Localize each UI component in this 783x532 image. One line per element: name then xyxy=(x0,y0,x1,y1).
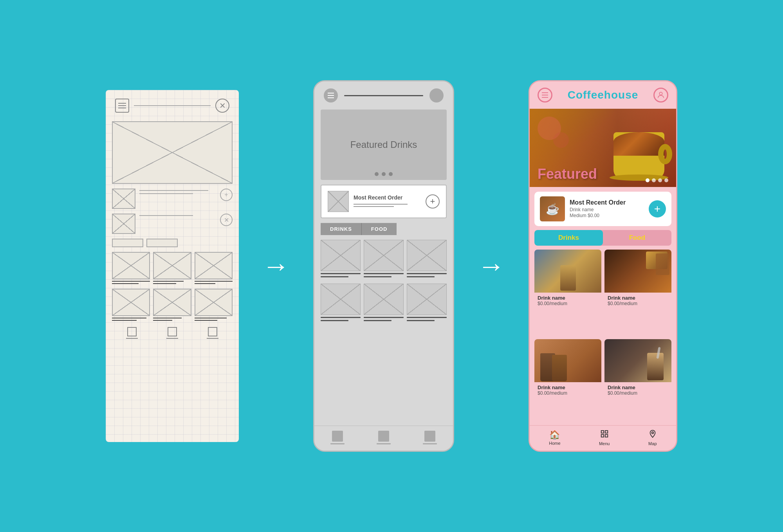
wf-grid-line-short xyxy=(407,320,435,321)
wf-banner: Featured Drinks xyxy=(321,110,447,180)
wf-grid-item xyxy=(321,284,361,321)
sketch-bottom-nav xyxy=(112,327,233,339)
sketch-nav-label-line xyxy=(166,338,178,339)
mp-dot-2 xyxy=(652,178,656,182)
wf-grid-line xyxy=(321,273,361,274)
mp-order-price: Medium $0.00 xyxy=(570,213,644,218)
sketch-nav-menu xyxy=(166,327,178,339)
tab-food[interactable]: FOOD xyxy=(362,223,397,235)
sketch-grid-item xyxy=(112,252,150,284)
mp-drink-image-2 xyxy=(604,250,671,293)
home-icon: 🏠 xyxy=(549,430,560,440)
tab-drinks[interactable]: Drinks xyxy=(534,230,603,246)
wf-dot-2 xyxy=(382,172,386,176)
sketch-grid-img xyxy=(112,289,150,316)
wf-nav-menu[interactable] xyxy=(377,431,391,444)
sketch-nav-home xyxy=(126,327,138,339)
sketch-grid-line-1 xyxy=(112,281,150,282)
main-container: ✕ + ✕ xyxy=(0,0,783,532)
sketch-banner xyxy=(112,121,233,184)
sketch-grid-line-1 xyxy=(153,281,184,282)
sketch-tab-food xyxy=(146,239,178,247)
sketch-grid-top xyxy=(112,252,233,284)
mp-nav-menu[interactable]: Menu xyxy=(599,430,610,446)
sketch-nav-label-line xyxy=(126,338,138,339)
sketch-tab-drinks xyxy=(112,239,143,247)
mp-order-info: Most Recent Order Drink name Medium $0.0… xyxy=(570,199,644,219)
mp-menu-icon[interactable] xyxy=(538,88,552,102)
sketch-grid-line-2 xyxy=(153,283,176,284)
sketch-order-image xyxy=(112,189,135,209)
sketch-grid-img xyxy=(153,252,191,279)
sketch-tab-lines xyxy=(139,214,216,216)
sketch-tabs xyxy=(112,239,233,247)
wf-grid-line xyxy=(407,317,447,318)
wf-dot-3 xyxy=(389,172,393,176)
mp-add-button[interactable]: + xyxy=(649,200,666,217)
mp-grid-item-4[interactable]: Drink name $0.00/medium xyxy=(604,339,671,426)
wf-grid-item xyxy=(321,240,361,277)
wf-nav-map[interactable] xyxy=(423,431,437,444)
mp-grid-item-2[interactable]: Drink name $0.00/medium xyxy=(604,250,671,336)
wf-menu-icon[interactable] xyxy=(324,88,338,102)
tab-food[interactable]: Food xyxy=(603,230,671,246)
sketch-home-icon xyxy=(127,327,137,336)
mp-nav-home[interactable]: 🏠 Home xyxy=(549,430,560,446)
sketch-grid-line-2 xyxy=(153,320,172,321)
mp-drink-price-3: $0.00/medium xyxy=(538,390,598,396)
sketch-grid-line-1 xyxy=(112,318,146,318)
mp-nav-map-label: Map xyxy=(648,441,657,446)
mp-avatar[interactable] xyxy=(653,88,668,102)
mp-drink-price-1: $0.00/medium xyxy=(538,301,598,306)
sketch-grid-item xyxy=(153,252,191,284)
wf-header-line xyxy=(344,95,423,96)
wf-tabs: DRINKS FOOD xyxy=(321,223,447,235)
wf-nav-menu-icon xyxy=(378,431,389,442)
sketch-nav-label-line xyxy=(207,338,218,339)
mp-grid-item-1[interactable]: Drink name $0.00/medium xyxy=(534,250,601,336)
wf-grid-item xyxy=(364,240,404,277)
wf-header xyxy=(314,81,453,110)
wf-banner-text: Featured Drinks xyxy=(350,139,417,150)
sketch-nav-map xyxy=(207,327,218,339)
tab-drinks[interactable]: DRINKS xyxy=(321,223,362,235)
sketch-grid-line-2 xyxy=(195,283,216,284)
mp-banner-dots xyxy=(646,178,668,182)
wf-plus-button[interactable]: + xyxy=(426,194,440,208)
wf-grid-image xyxy=(407,284,447,315)
wf-grid-line xyxy=(364,317,404,318)
wf-grid-item xyxy=(407,284,447,321)
mp-grid-item-3[interactable]: Drink name $0.00/medium xyxy=(534,339,601,426)
sketch-line-1 xyxy=(139,190,208,191)
wf-order-image xyxy=(328,191,349,212)
mp-grid-info-1: Drink name $0.00/medium xyxy=(534,293,601,309)
sketch-grid-line-2 xyxy=(195,320,217,321)
wf-grid-top xyxy=(321,240,447,277)
sketch-grid-img xyxy=(195,252,233,279)
sketch-panel: ✕ + ✕ xyxy=(106,90,239,442)
mp-drink-name-2: Drink name xyxy=(608,295,668,301)
wf-avatar xyxy=(429,88,444,102)
mp-tabs: Drinks Food xyxy=(534,230,671,246)
svg-rect-3 xyxy=(601,435,603,437)
wf-grid-line-short xyxy=(321,276,348,277)
wf-grid-image xyxy=(364,240,404,271)
wf-grid-image xyxy=(407,240,447,271)
wf-order-title: Most Recent Order xyxy=(354,194,421,201)
mp-grid-info-2: Drink name $0.00/medium xyxy=(604,293,671,309)
wf-nav-map-label xyxy=(423,443,437,444)
wireframe-panel: Featured Drinks Most Recent Order + DRIN… xyxy=(313,80,454,452)
wf-grid-item xyxy=(364,284,404,321)
mp-drink-price-2: $0.00/medium xyxy=(608,301,668,306)
sketch-recent-order-row: + xyxy=(112,189,233,209)
wf-recent-order: Most Recent Order + xyxy=(321,185,447,218)
wf-nav-home-label xyxy=(330,443,345,444)
wf-nav-home[interactable] xyxy=(330,431,345,444)
sketch-grid-item xyxy=(112,289,150,321)
sketch-grid-line-2 xyxy=(112,283,139,284)
mp-drink-image-1 xyxy=(534,250,601,293)
mp-nav-map[interactable]: Map xyxy=(648,430,657,446)
wf-banner-dots xyxy=(375,172,393,176)
mp-bottom-nav: 🏠 Home Menu xyxy=(530,425,676,451)
map-icon xyxy=(648,430,657,440)
